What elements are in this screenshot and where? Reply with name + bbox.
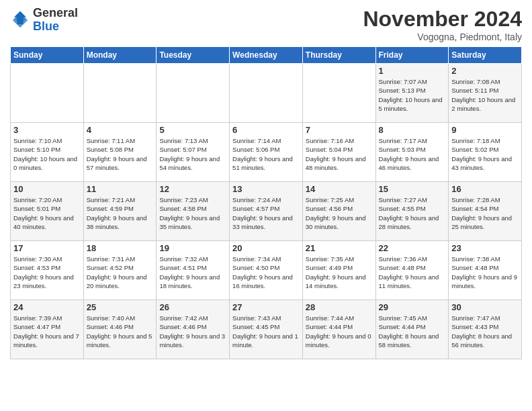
col-friday: Friday [375, 47, 449, 64]
day-number: 5 [159, 125, 226, 135]
day-info: Sunrise: 7:21 AM Sunset: 4:59 PM Dayligh… [87, 195, 154, 231]
table-row: 8Sunrise: 7:17 AM Sunset: 5:03 PM Daylig… [375, 123, 449, 182]
day-info: Sunrise: 7:28 AM Sunset: 4:54 PM Dayligh… [451, 195, 519, 231]
day-number: 25 [87, 302, 154, 312]
day-number: 13 [232, 184, 300, 194]
day-number: 29 [379, 302, 446, 312]
day-info: Sunrise: 7:17 AM Sunset: 5:03 PM Dayligh… [379, 136, 446, 172]
table-row: 3Sunrise: 7:10 AM Sunset: 5:10 PM Daylig… [11, 123, 84, 182]
day-info: Sunrise: 7:40 AM Sunset: 4:46 PM Dayligh… [87, 314, 154, 349]
table-row: 20Sunrise: 7:34 AM Sunset: 4:50 PM Dayli… [230, 241, 303, 300]
day-info: Sunrise: 7:34 AM Sunset: 4:50 PM Dayligh… [232, 255, 300, 290]
day-number: 4 [87, 125, 154, 135]
table-row: 26Sunrise: 7:42 AM Sunset: 4:46 PM Dayli… [157, 300, 230, 359]
table-row: 30Sunrise: 7:47 AM Sunset: 4:43 PM Dayli… [449, 300, 522, 359]
table-row: 27Sunrise: 7:43 AM Sunset: 4:45 PM Dayli… [230, 300, 303, 359]
day-number: 26 [159, 302, 226, 312]
day-info: Sunrise: 7:44 AM Sunset: 4:44 PM Dayligh… [306, 314, 373, 349]
table-row: 16Sunrise: 7:28 AM Sunset: 4:54 PM Dayli… [449, 182, 522, 241]
day-number: 27 [232, 302, 300, 312]
table-row: 14Sunrise: 7:25 AM Sunset: 4:56 PM Dayli… [302, 182, 375, 241]
day-number: 11 [87, 184, 154, 194]
table-row: 1Sunrise: 7:07 AM Sunset: 5:13 PM Daylig… [375, 64, 449, 123]
day-number: 20 [232, 243, 300, 253]
day-number: 19 [159, 243, 226, 253]
table-row: 11Sunrise: 7:21 AM Sunset: 4:59 PM Dayli… [83, 182, 157, 241]
table-row: 4Sunrise: 7:11 AM Sunset: 5:08 PM Daylig… [83, 123, 157, 182]
location-subtitle: Vogogna, Piedmont, Italy [363, 32, 522, 42]
day-info: Sunrise: 7:11 AM Sunset: 5:08 PM Dayligh… [87, 136, 154, 172]
logo-text: General Blue [33, 7, 78, 34]
day-info: Sunrise: 7:07 AM Sunset: 5:13 PM Dayligh… [379, 77, 446, 113]
table-row: 7Sunrise: 7:16 AM Sunset: 5:04 PM Daylig… [302, 123, 375, 182]
table-row: 10Sunrise: 7:20 AM Sunset: 5:01 PM Dayli… [11, 182, 84, 241]
table-row: 17Sunrise: 7:30 AM Sunset: 4:53 PM Dayli… [11, 241, 84, 300]
table-row: 23Sunrise: 7:38 AM Sunset: 4:48 PM Dayli… [449, 241, 522, 300]
table-row [157, 64, 230, 123]
table-row: 13Sunrise: 7:24 AM Sunset: 4:57 PM Dayli… [230, 182, 303, 241]
day-number: 10 [13, 184, 81, 194]
table-row: 15Sunrise: 7:27 AM Sunset: 4:55 PM Dayli… [375, 182, 449, 241]
day-info: Sunrise: 7:13 AM Sunset: 5:07 PM Dayligh… [159, 136, 226, 172]
col-wednesday: Wednesday [230, 47, 303, 64]
day-number: 9 [451, 125, 519, 135]
day-number: 2 [451, 66, 519, 76]
table-row [230, 64, 303, 123]
title-block: November 2024 Vogogna, Piedmont, Italy [363, 7, 522, 42]
table-row: 25Sunrise: 7:40 AM Sunset: 4:46 PM Dayli… [83, 300, 157, 359]
table-row: 29Sunrise: 7:45 AM Sunset: 4:44 PM Dayli… [375, 300, 449, 359]
day-number: 22 [379, 243, 446, 253]
day-number: 7 [306, 125, 373, 135]
header: General Blue November 2024 Vogogna, Pied… [10, 7, 522, 42]
logo-general: General [33, 6, 78, 19]
logo: General Blue [10, 7, 78, 34]
day-number: 23 [451, 243, 519, 253]
day-info: Sunrise: 7:08 AM Sunset: 5:11 PM Dayligh… [451, 77, 519, 113]
logo-icon [10, 10, 30, 30]
day-info: Sunrise: 7:20 AM Sunset: 5:01 PM Dayligh… [13, 195, 81, 231]
col-saturday: Saturday [449, 47, 522, 64]
calendar-header-row: Sunday Monday Tuesday Wednesday Thursday… [11, 47, 522, 64]
day-number: 24 [13, 302, 81, 312]
day-number: 15 [379, 184, 446, 194]
table-row: 18Sunrise: 7:31 AM Sunset: 4:52 PM Dayli… [83, 241, 157, 300]
calendar-week-row: 17Sunrise: 7:30 AM Sunset: 4:53 PM Dayli… [11, 241, 522, 300]
day-info: Sunrise: 7:24 AM Sunset: 4:57 PM Dayligh… [232, 195, 300, 231]
day-info: Sunrise: 7:47 AM Sunset: 4:43 PM Dayligh… [451, 314, 519, 349]
day-number: 1 [379, 66, 446, 76]
day-info: Sunrise: 7:14 AM Sunset: 5:06 PM Dayligh… [232, 136, 300, 172]
day-info: Sunrise: 7:31 AM Sunset: 4:52 PM Dayligh… [87, 255, 154, 290]
table-row: 19Sunrise: 7:32 AM Sunset: 4:51 PM Dayli… [157, 241, 230, 300]
day-info: Sunrise: 7:16 AM Sunset: 5:04 PM Dayligh… [306, 136, 373, 172]
day-info: Sunrise: 7:36 AM Sunset: 4:48 PM Dayligh… [379, 255, 446, 290]
calendar-week-row: 3Sunrise: 7:10 AM Sunset: 5:10 PM Daylig… [11, 123, 522, 182]
day-number: 28 [306, 302, 373, 312]
table-row: 24Sunrise: 7:39 AM Sunset: 4:47 PM Dayli… [11, 300, 84, 359]
table-row: 28Sunrise: 7:44 AM Sunset: 4:44 PM Dayli… [302, 300, 375, 359]
day-number: 16 [451, 184, 519, 194]
day-number: 6 [232, 125, 300, 135]
table-row: 21Sunrise: 7:35 AM Sunset: 4:49 PM Dayli… [302, 241, 375, 300]
table-row [11, 64, 84, 123]
day-number: 12 [159, 184, 226, 194]
month-title: November 2024 [363, 7, 522, 32]
calendar-table: Sunday Monday Tuesday Wednesday Thursday… [10, 46, 522, 359]
calendar-week-row: 24Sunrise: 7:39 AM Sunset: 4:47 PM Dayli… [11, 300, 522, 359]
col-thursday: Thursday [302, 47, 375, 64]
day-info: Sunrise: 7:25 AM Sunset: 4:56 PM Dayligh… [306, 195, 373, 231]
day-info: Sunrise: 7:32 AM Sunset: 4:51 PM Dayligh… [159, 255, 226, 290]
day-info: Sunrise: 7:35 AM Sunset: 4:49 PM Dayligh… [306, 255, 373, 290]
table-row: 6Sunrise: 7:14 AM Sunset: 5:06 PM Daylig… [230, 123, 303, 182]
day-info: Sunrise: 7:39 AM Sunset: 4:47 PM Dayligh… [13, 314, 81, 349]
col-tuesday: Tuesday [157, 47, 230, 64]
day-number: 18 [87, 243, 154, 253]
day-info: Sunrise: 7:18 AM Sunset: 5:02 PM Dayligh… [451, 136, 519, 172]
page-container: General Blue November 2024 Vogogna, Pied… [0, 0, 532, 366]
day-info: Sunrise: 7:23 AM Sunset: 4:58 PM Dayligh… [159, 195, 226, 231]
table-row: 2Sunrise: 7:08 AM Sunset: 5:11 PM Daylig… [449, 64, 522, 123]
col-monday: Monday [83, 47, 157, 64]
col-sunday: Sunday [11, 47, 84, 64]
calendar-week-row: 10Sunrise: 7:20 AM Sunset: 5:01 PM Dayli… [11, 182, 522, 241]
day-info: Sunrise: 7:27 AM Sunset: 4:55 PM Dayligh… [379, 195, 446, 231]
table-row: 9Sunrise: 7:18 AM Sunset: 5:02 PM Daylig… [449, 123, 522, 182]
